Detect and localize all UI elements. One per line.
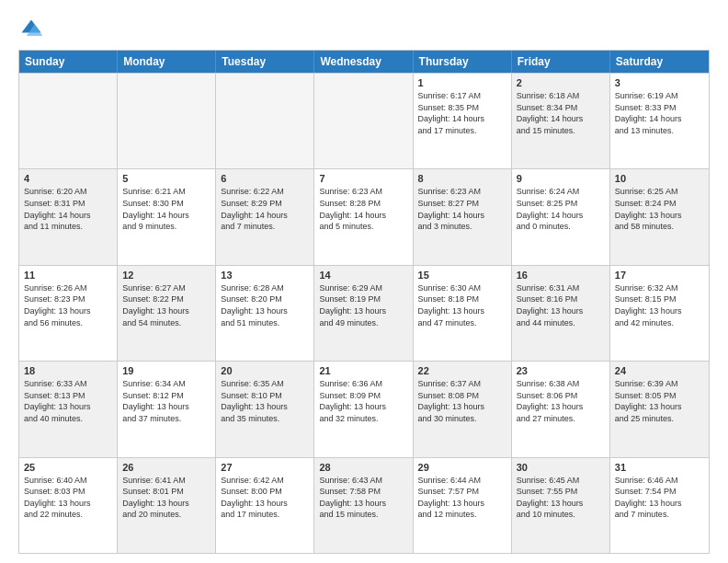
day-info: Sunrise: 6:39 AM Sunset: 8:05 PM Dayligh… <box>615 378 704 424</box>
day-info: Sunrise: 6:22 AM Sunset: 8:29 PM Dayligh… <box>221 186 309 232</box>
day-number: 27 <box>221 462 309 473</box>
calendar-cell <box>19 74 118 168</box>
calendar-cell: 16Sunrise: 6:31 AM Sunset: 8:16 PM Dayli… <box>512 266 610 361</box>
header-cell-monday: Monday <box>118 51 216 73</box>
day-number: 10 <box>615 173 704 184</box>
calendar-row-0: 1Sunrise: 6:17 AM Sunset: 8:35 PM Daylig… <box>19 73 709 168</box>
calendar-header: SundayMondayTuesdayWednesdayThursdayFrid… <box>19 51 709 73</box>
calendar-cell: 3Sunrise: 6:19 AM Sunset: 8:33 PM Daylig… <box>610 74 709 168</box>
header-cell-thursday: Thursday <box>414 51 512 73</box>
calendar-cell: 11Sunrise: 6:26 AM Sunset: 8:23 PM Dayli… <box>19 266 118 361</box>
day-info: Sunrise: 6:30 AM Sunset: 8:18 PM Dayligh… <box>418 282 506 328</box>
day-number: 28 <box>319 462 407 473</box>
day-number: 4 <box>24 173 112 184</box>
calendar-cell <box>314 74 413 168</box>
calendar-body: 1Sunrise: 6:17 AM Sunset: 8:35 PM Daylig… <box>19 73 709 553</box>
day-number: 22 <box>418 365 506 376</box>
calendar-cell: 30Sunrise: 6:45 AM Sunset: 7:55 PM Dayli… <box>512 458 610 553</box>
page: SundayMondayTuesdayWednesdayThursdayFrid… <box>0 0 728 563</box>
day-number: 3 <box>615 77 704 88</box>
day-number: 29 <box>418 462 506 473</box>
logo-icon <box>18 17 44 42</box>
calendar-cell: 9Sunrise: 6:24 AM Sunset: 8:25 PM Daylig… <box>512 169 610 264</box>
calendar-row-2: 11Sunrise: 6:26 AM Sunset: 8:23 PM Dayli… <box>19 265 709 361</box>
day-info: Sunrise: 6:36 AM Sunset: 8:09 PM Dayligh… <box>319 378 407 424</box>
calendar-cell: 23Sunrise: 6:38 AM Sunset: 8:06 PM Dayli… <box>512 362 610 456</box>
calendar-cell <box>118 74 216 168</box>
calendar-cell: 7Sunrise: 6:23 AM Sunset: 8:28 PM Daylig… <box>314 169 413 264</box>
header-cell-friday: Friday <box>512 51 610 73</box>
calendar-cell: 21Sunrise: 6:36 AM Sunset: 8:09 PM Dayli… <box>314 362 413 456</box>
day-info: Sunrise: 6:19 AM Sunset: 8:33 PM Dayligh… <box>615 90 704 136</box>
day-number: 15 <box>418 270 506 281</box>
day-number: 26 <box>122 462 210 473</box>
day-number: 1 <box>418 77 506 88</box>
day-info: Sunrise: 6:25 AM Sunset: 8:24 PM Dayligh… <box>615 186 704 232</box>
day-number: 23 <box>517 365 605 376</box>
calendar-cell: 27Sunrise: 6:42 AM Sunset: 8:00 PM Dayli… <box>216 458 314 553</box>
calendar-cell: 28Sunrise: 6:43 AM Sunset: 7:58 PM Dayli… <box>314 458 413 553</box>
day-info: Sunrise: 6:43 AM Sunset: 7:58 PM Dayligh… <box>319 475 407 521</box>
day-info: Sunrise: 6:20 AM Sunset: 8:31 PM Dayligh… <box>24 186 112 232</box>
calendar-cell: 14Sunrise: 6:29 AM Sunset: 8:19 PM Dayli… <box>314 266 413 361</box>
day-info: Sunrise: 6:27 AM Sunset: 8:22 PM Dayligh… <box>122 282 210 328</box>
calendar-row-4: 25Sunrise: 6:40 AM Sunset: 8:03 PM Dayli… <box>19 457 709 553</box>
day-number: 20 <box>221 365 309 376</box>
day-info: Sunrise: 6:21 AM Sunset: 8:30 PM Dayligh… <box>122 186 210 232</box>
calendar-cell: 24Sunrise: 6:39 AM Sunset: 8:05 PM Dayli… <box>610 362 709 456</box>
calendar-cell: 6Sunrise: 6:22 AM Sunset: 8:29 PM Daylig… <box>216 169 314 264</box>
calendar-cell: 15Sunrise: 6:30 AM Sunset: 8:18 PM Dayli… <box>414 266 512 361</box>
day-number: 11 <box>24 270 112 281</box>
day-info: Sunrise: 6:34 AM Sunset: 8:12 PM Dayligh… <box>122 378 210 424</box>
calendar-cell: 18Sunrise: 6:33 AM Sunset: 8:13 PM Dayli… <box>19 362 118 456</box>
calendar: SundayMondayTuesdayWednesdayThursdayFrid… <box>18 50 710 554</box>
day-number: 14 <box>319 270 407 281</box>
day-info: Sunrise: 6:42 AM Sunset: 8:00 PM Dayligh… <box>221 475 309 521</box>
day-info: Sunrise: 6:26 AM Sunset: 8:23 PM Dayligh… <box>24 282 112 328</box>
day-info: Sunrise: 6:32 AM Sunset: 8:15 PM Dayligh… <box>615 282 704 328</box>
day-info: Sunrise: 6:37 AM Sunset: 8:08 PM Dayligh… <box>418 378 506 424</box>
calendar-cell: 13Sunrise: 6:28 AM Sunset: 8:20 PM Dayli… <box>216 266 314 361</box>
day-number: 30 <box>517 462 605 473</box>
day-number: 6 <box>221 173 309 184</box>
day-number: 8 <box>418 173 506 184</box>
day-info: Sunrise: 6:18 AM Sunset: 8:34 PM Dayligh… <box>517 90 605 136</box>
day-info: Sunrise: 6:31 AM Sunset: 8:16 PM Dayligh… <box>517 282 605 328</box>
day-number: 12 <box>122 270 210 281</box>
day-info: Sunrise: 6:24 AM Sunset: 8:25 PM Dayligh… <box>517 186 605 232</box>
day-info: Sunrise: 6:38 AM Sunset: 8:06 PM Dayligh… <box>517 378 605 424</box>
day-info: Sunrise: 6:23 AM Sunset: 8:27 PM Dayligh… <box>418 186 506 232</box>
day-info: Sunrise: 6:35 AM Sunset: 8:10 PM Dayligh… <box>221 378 309 424</box>
calendar-cell: 31Sunrise: 6:46 AM Sunset: 7:54 PM Dayli… <box>610 458 709 553</box>
calendar-cell: 12Sunrise: 6:27 AM Sunset: 8:22 PM Dayli… <box>118 266 216 361</box>
calendar-cell: 5Sunrise: 6:21 AM Sunset: 8:30 PM Daylig… <box>118 169 216 264</box>
day-info: Sunrise: 6:40 AM Sunset: 8:03 PM Dayligh… <box>24 475 112 521</box>
day-number: 25 <box>24 462 112 473</box>
calendar-cell: 4Sunrise: 6:20 AM Sunset: 8:31 PM Daylig… <box>19 169 118 264</box>
calendar-cell: 8Sunrise: 6:23 AM Sunset: 8:27 PM Daylig… <box>414 169 512 264</box>
header-cell-tuesday: Tuesday <box>216 51 314 73</box>
calendar-cell: 1Sunrise: 6:17 AM Sunset: 8:35 PM Daylig… <box>414 74 512 168</box>
day-info: Sunrise: 6:28 AM Sunset: 8:20 PM Dayligh… <box>221 282 309 328</box>
day-number: 24 <box>615 365 704 376</box>
calendar-cell: 26Sunrise: 6:41 AM Sunset: 8:01 PM Dayli… <box>118 458 216 553</box>
day-number: 19 <box>122 365 210 376</box>
day-info: Sunrise: 6:17 AM Sunset: 8:35 PM Dayligh… <box>418 90 506 136</box>
day-info: Sunrise: 6:44 AM Sunset: 7:57 PM Dayligh… <box>418 475 506 521</box>
day-number: 17 <box>615 270 704 281</box>
calendar-cell: 20Sunrise: 6:35 AM Sunset: 8:10 PM Dayli… <box>216 362 314 456</box>
calendar-cell: 2Sunrise: 6:18 AM Sunset: 8:34 PM Daylig… <box>512 74 610 168</box>
logo <box>18 17 48 42</box>
calendar-cell: 22Sunrise: 6:37 AM Sunset: 8:08 PM Dayli… <box>414 362 512 456</box>
day-info: Sunrise: 6:46 AM Sunset: 7:54 PM Dayligh… <box>615 475 704 521</box>
calendar-cell <box>216 74 314 168</box>
day-number: 16 <box>517 270 605 281</box>
calendar-cell: 17Sunrise: 6:32 AM Sunset: 8:15 PM Dayli… <box>610 266 709 361</box>
day-number: 18 <box>24 365 112 376</box>
day-number: 5 <box>122 173 210 184</box>
day-number: 31 <box>615 462 704 473</box>
calendar-cell: 29Sunrise: 6:44 AM Sunset: 7:57 PM Dayli… <box>414 458 512 553</box>
header <box>18 17 710 42</box>
day-number: 13 <box>221 270 309 281</box>
day-number: 7 <box>319 173 407 184</box>
